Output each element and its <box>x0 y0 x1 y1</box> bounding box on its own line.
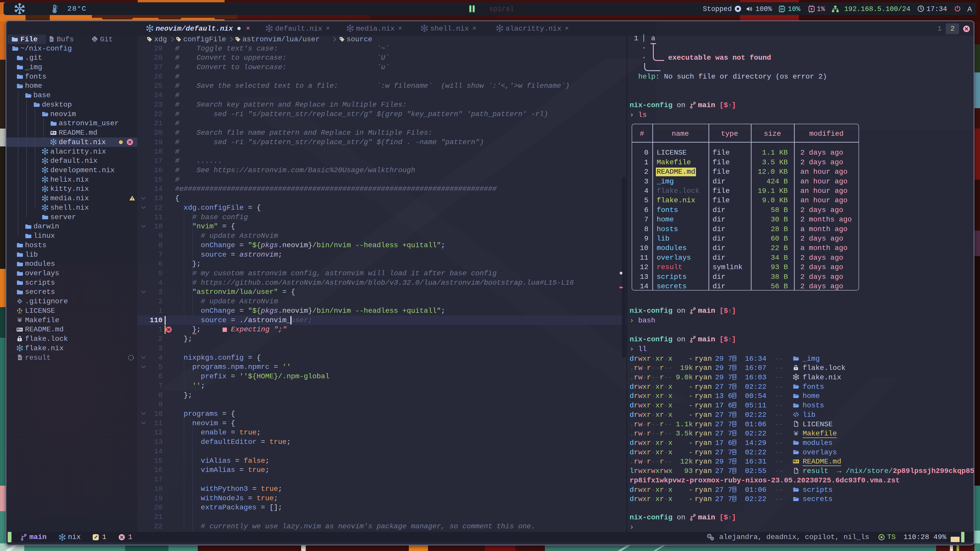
svg-text:64: 64 <box>780 7 784 11</box>
